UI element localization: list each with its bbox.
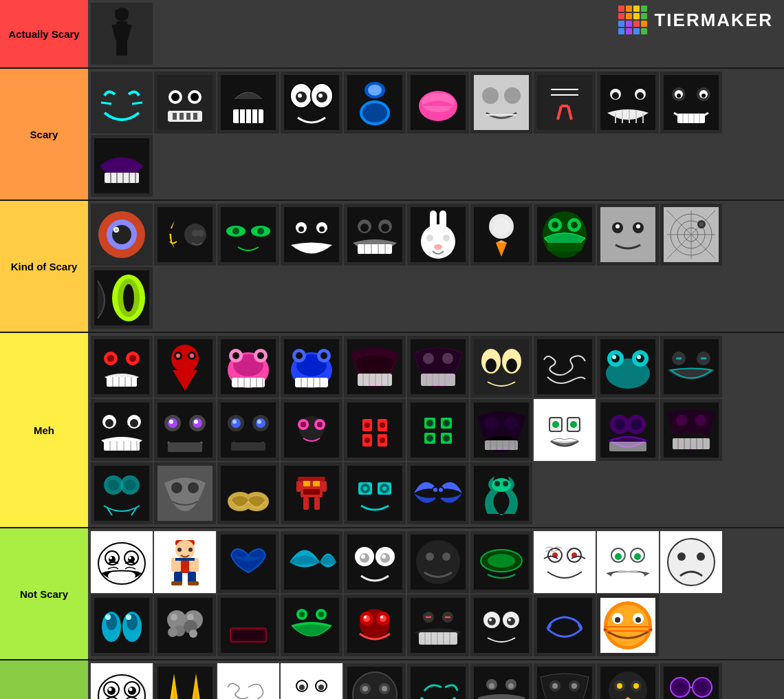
tier-item[interactable]: [470, 663, 532, 699]
svg-rect-301: [94, 466, 149, 521]
tier-item[interactable]: [597, 663, 659, 699]
tier-item[interactable]: [534, 72, 596, 133]
tier-item[interactable]: [91, 72, 153, 133]
svg-rect-218: [664, 339, 719, 394]
tier-item[interactable]: [91, 663, 153, 699]
tier-item[interactable]: [660, 663, 722, 699]
svg-point-493: [552, 683, 558, 689]
svg-point-207: [486, 358, 497, 372]
tier-item[interactable]: [597, 204, 659, 266]
svg-rect-50: [600, 75, 655, 130]
tier-item[interactable]: [91, 135, 153, 197]
tier-item[interactable]: [91, 399, 153, 461]
tier-item[interactable]: [91, 594, 153, 656]
tier-item[interactable]: [344, 399, 406, 461]
tier-item[interactable]: [154, 663, 216, 699]
tier-item[interactable]: [91, 336, 153, 398]
tier-item[interactable]: [281, 72, 342, 133]
tier-item[interactable]: [217, 72, 279, 133]
svg-rect-408: [221, 598, 276, 653]
tier-item[interactable]: [597, 594, 659, 656]
tier-item[interactable]: [344, 72, 406, 133]
tier-item[interactable]: [344, 663, 406, 699]
tier-item[interactable]: [534, 204, 596, 266]
svg-point-446: [615, 617, 620, 623]
tier-item[interactable]: [217, 594, 279, 656]
tier-item[interactable]: [217, 399, 279, 461]
tier-item[interactable]: [470, 531, 532, 593]
tier-item[interactable]: [534, 594, 596, 656]
tier-item[interactable]: [154, 72, 216, 133]
tier-item[interactable]: [534, 663, 596, 699]
svg-point-373: [442, 552, 450, 561]
tier-item[interactable]: [660, 204, 722, 266]
tier-item[interactable]: [470, 204, 532, 266]
tier-item[interactable]: [407, 594, 469, 656]
tier-item[interactable]: [91, 267, 153, 329]
tier-item[interactable]: [534, 531, 596, 593]
tier-item[interactable]: [534, 336, 596, 398]
tier-item[interactable]: [281, 204, 342, 266]
tier-items-actually-scary: TiERMAKER: [88, 0, 784, 67]
tier-item[interactable]: [470, 336, 532, 398]
tier-item[interactable]: [407, 72, 469, 133]
tier-item[interactable]: [407, 663, 469, 699]
svg-rect-239: [168, 442, 202, 452]
svg-point-293: [676, 415, 687, 426]
svg-point-337: [494, 481, 500, 486]
tier-item[interactable]: [281, 531, 342, 593]
tier-item[interactable]: [91, 462, 153, 524]
tier-item[interactable]: [154, 204, 216, 266]
tier-item[interactable]: [597, 336, 659, 398]
tier-item[interactable]: [344, 594, 406, 656]
tier-item[interactable]: [217, 663, 279, 699]
tier-item[interactable]: [660, 531, 722, 593]
tier-item[interactable]: [91, 204, 153, 266]
tier-item[interactable]: [470, 72, 532, 133]
tier-item[interactable]: [407, 204, 469, 266]
svg-point-187: [296, 352, 303, 359]
tier-item[interactable]: [281, 462, 342, 524]
tier-item[interactable]: [597, 531, 659, 593]
tier-item[interactable]: [660, 336, 722, 398]
tier-item[interactable]: [344, 204, 406, 266]
logo-grid: [618, 6, 647, 34]
svg-rect-44: [537, 75, 592, 130]
tier-item[interactable]: [281, 399, 342, 461]
tier-item[interactable]: [597, 399, 659, 461]
tier-item[interactable]: [660, 72, 722, 133]
tier-item[interactable]: [154, 399, 216, 461]
svg-point-83: [115, 228, 118, 231]
svg-point-489: [508, 683, 514, 689]
tier-item[interactable]: [281, 663, 342, 699]
tier-item[interactable]: [154, 531, 216, 593]
tier-item[interactable]: [344, 531, 406, 593]
tier-item[interactable]: [217, 462, 279, 524]
tier-item[interactable]: [534, 399, 596, 461]
tier-item[interactable]: [91, 3, 153, 65]
tier-item[interactable]: [217, 204, 279, 266]
tier-item[interactable]: [660, 399, 722, 461]
svg-point-406: [189, 630, 197, 638]
tier-item[interactable]: [154, 594, 216, 656]
svg-point-390: [677, 552, 686, 561]
tier-item[interactable]: [407, 336, 469, 398]
tier-item[interactable]: [407, 399, 469, 461]
tier-item[interactable]: [91, 531, 153, 593]
tier-item[interactable]: [470, 594, 532, 656]
tier-item[interactable]: [217, 336, 279, 398]
svg-point-338: [503, 481, 508, 486]
tier-item[interactable]: [154, 336, 216, 398]
tier-item[interactable]: [470, 399, 532, 461]
tier-item[interactable]: [407, 462, 469, 524]
tier-item[interactable]: [470, 462, 532, 524]
svg-rect-73: [105, 173, 139, 183]
tier-item[interactable]: [344, 462, 406, 524]
tier-item[interactable]: [407, 531, 469, 593]
tier-item[interactable]: [217, 531, 279, 593]
tier-item[interactable]: [344, 336, 406, 398]
tier-item[interactable]: [154, 462, 216, 524]
tier-item[interactable]: [597, 72, 659, 133]
tier-item[interactable]: [281, 594, 342, 656]
tier-item[interactable]: [281, 336, 342, 398]
